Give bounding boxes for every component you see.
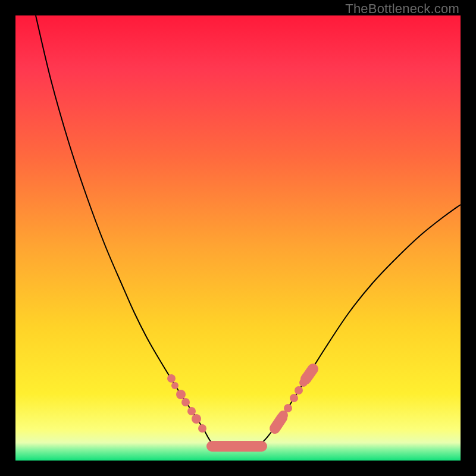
data-point — [299, 378, 308, 387]
v-curve — [36, 15, 461, 450]
data-point — [290, 394, 298, 402]
data-point — [295, 386, 303, 394]
data-pill — [306, 369, 313, 379]
data-point — [198, 424, 206, 433]
marker-pills — [212, 369, 313, 446]
data-point — [167, 374, 176, 383]
watermark-text: TheBottleneck.com — [345, 1, 459, 17]
data-point — [284, 404, 292, 412]
marker-dots — [167, 374, 308, 433]
data-point — [176, 390, 186, 399]
data-point — [192, 414, 201, 424]
data-point — [171, 382, 178, 389]
plot-area — [15, 15, 461, 461]
data-point — [187, 407, 196, 415]
data-point — [181, 398, 190, 406]
chart-frame: TheBottleneck.com — [0, 0, 476, 476]
curve-svg — [15, 15, 461, 461]
